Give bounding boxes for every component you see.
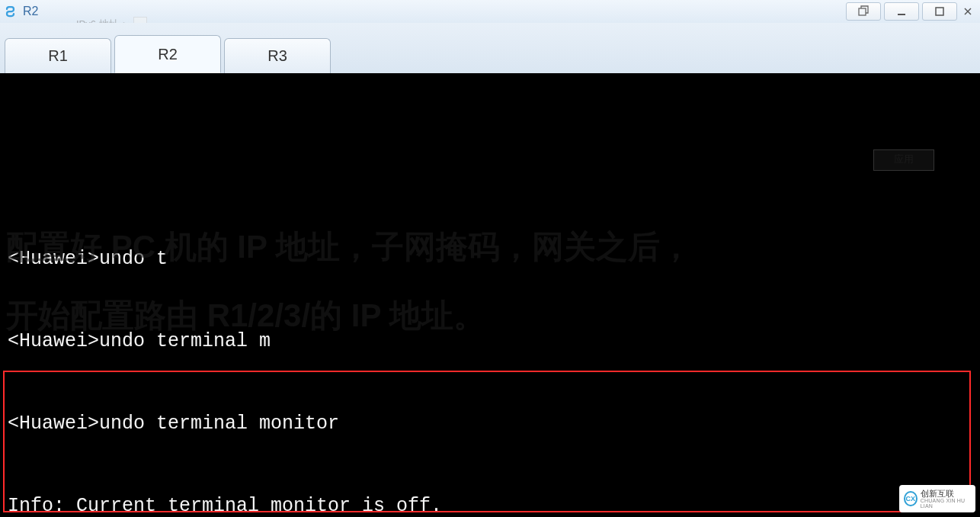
- tab-r3[interactable]: R3: [224, 38, 331, 73]
- watermark: CX 创新互联 CHUANG XIN HU LIAN: [899, 485, 975, 512]
- ghost-apply-button: 应用: [873, 149, 934, 171]
- tab-label: R2: [158, 46, 178, 63]
- terminal-output[interactable]: 配置好 PC 机的 IP 地址，子网掩码，网关之后， 开始配置路由 R1/2/3…: [0, 73, 980, 517]
- tab-label: R1: [48, 47, 68, 65]
- terminal-line: <Huawei>undo terminal m: [8, 328, 972, 355]
- restore-icon: [857, 5, 870, 18]
- ghost-overlay-line2: 开始配置路由 R1/2/3/的 IP 地址。: [6, 302, 485, 329]
- watermark-icon: CX: [904, 491, 918, 506]
- close-icon: [962, 6, 973, 17]
- maximize-icon: [934, 6, 945, 17]
- terminal-line: <Huawei>undo t: [8, 246, 972, 273]
- window-controls: [843, 2, 975, 21]
- svg-rect-0: [859, 8, 866, 15]
- tabs-bar: R1 R2 R3: [0, 23, 980, 73]
- watermark-cn: 创新互联: [921, 490, 971, 498]
- restore-window-button[interactable]: [846, 2, 881, 21]
- app-icon: [5, 5, 18, 18]
- tab-r1[interactable]: R1: [5, 38, 111, 73]
- red-highlight-box: [3, 371, 971, 512]
- close-button[interactable]: [960, 2, 975, 21]
- terminal-line: Info: Current terminal monitor is off.: [8, 493, 972, 517]
- minimize-button[interactable]: [884, 2, 919, 21]
- watermark-en: CHUANG XIN HU LIAN: [921, 498, 971, 509]
- maximize-button[interactable]: [922, 2, 957, 21]
- tab-label: R3: [267, 47, 287, 65]
- terminal-line: <Huawei>undo terminal monitor: [8, 410, 972, 438]
- minimize-icon: [896, 6, 907, 17]
- svg-rect-2: [936, 8, 943, 15]
- tab-r2[interactable]: R2: [114, 35, 221, 73]
